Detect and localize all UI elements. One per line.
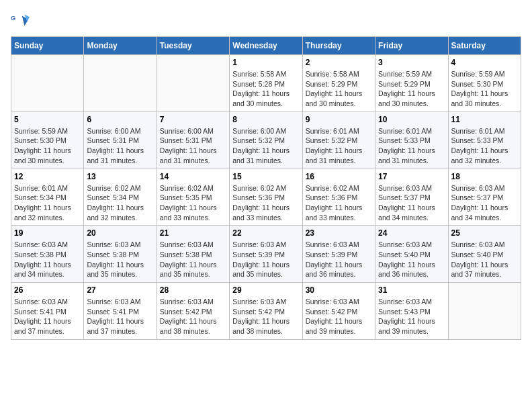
day-info: Sunrise: 5:59 AMSunset: 5:30 PMDaylight:… <box>451 69 518 109</box>
calendar-cell: 28Sunrise: 6:03 AMSunset: 5:42 PMDayligh… <box>157 283 229 340</box>
day-info: Sunrise: 6:03 AMSunset: 5:39 PMDaylight:… <box>232 240 299 279</box>
day-info: Sunrise: 6:01 AMSunset: 5:32 PMDaylight:… <box>306 126 372 166</box>
day-number: 8 <box>232 115 299 124</box>
day-number: 26 <box>14 285 81 295</box>
day-number: 27 <box>87 285 153 295</box>
day-number: 25 <box>451 228 518 238</box>
day-info: Sunrise: 6:00 AMSunset: 5:31 PMDaylight:… <box>87 126 153 166</box>
day-number: 28 <box>160 285 226 295</box>
day-number: 15 <box>232 172 299 181</box>
calendar-cell: 30Sunrise: 6:03 AMSunset: 5:42 PMDayligh… <box>302 283 375 340</box>
day-number: 29 <box>232 285 299 295</box>
day-number: 30 <box>306 285 372 295</box>
calendar-cell <box>157 55 229 112</box>
calendar-cell: 13Sunrise: 6:02 AMSunset: 5:34 PMDayligh… <box>84 169 157 226</box>
day-info: Sunrise: 6:03 AMSunset: 5:43 PMDaylight:… <box>378 297 445 336</box>
page-header: G <box>11 11 521 30</box>
day-number: 19 <box>14 228 81 238</box>
day-number: 24 <box>378 228 445 238</box>
calendar-cell: 20Sunrise: 6:03 AMSunset: 5:38 PMDayligh… <box>84 226 157 283</box>
day-info: Sunrise: 6:03 AMSunset: 5:42 PMDaylight:… <box>232 297 299 336</box>
day-number: 7 <box>160 115 226 124</box>
day-info: Sunrise: 6:03 AMSunset: 5:42 PMDaylight:… <box>160 297 226 336</box>
calendar-cell: 25Sunrise: 6:03 AMSunset: 5:40 PMDayligh… <box>448 226 521 283</box>
calendar-table: SundayMondayTuesdayWednesdayThursdayFrid… <box>11 36 521 340</box>
day-info: Sunrise: 6:01 AMSunset: 5:33 PMDaylight:… <box>378 126 445 166</box>
calendar-cell: 10Sunrise: 6:01 AMSunset: 5:33 PMDayligh… <box>375 111 448 169</box>
day-number: 9 <box>306 115 372 124</box>
day-info: Sunrise: 6:00 AMSunset: 5:32 PMDaylight:… <box>232 126 299 166</box>
calendar-cell: 9Sunrise: 6:01 AMSunset: 5:32 PMDaylight… <box>302 111 375 169</box>
calendar-cell: 6Sunrise: 6:00 AMSunset: 5:31 PMDaylight… <box>84 111 157 169</box>
calendar-cell: 1Sunrise: 5:58 AMSunset: 5:28 PMDaylight… <box>230 55 302 112</box>
calendar-cell: 29Sunrise: 6:03 AMSunset: 5:42 PMDayligh… <box>230 283 302 340</box>
calendar-cell: 27Sunrise: 6:03 AMSunset: 5:41 PMDayligh… <box>84 283 157 340</box>
day-number: 5 <box>14 115 81 124</box>
day-info: Sunrise: 6:03 AMSunset: 5:38 PMDaylight:… <box>160 240 226 279</box>
day-number: 4 <box>451 58 518 67</box>
calendar-cell: 18Sunrise: 6:03 AMSunset: 5:37 PMDayligh… <box>448 169 521 226</box>
calendar-cell <box>448 283 521 340</box>
weekday-header-friday: Friday <box>375 37 448 55</box>
day-info: Sunrise: 6:03 AMSunset: 5:39 PMDaylight:… <box>306 240 372 279</box>
day-number: 14 <box>160 172 226 181</box>
day-number: 12 <box>14 172 81 181</box>
day-info: Sunrise: 6:01 AMSunset: 5:34 PMDaylight:… <box>14 183 81 223</box>
day-info: Sunrise: 6:03 AMSunset: 5:41 PMDaylight:… <box>87 297 153 336</box>
day-number: 16 <box>306 172 372 181</box>
calendar-cell: 8Sunrise: 6:00 AMSunset: 5:32 PMDaylight… <box>230 111 302 169</box>
day-number: 22 <box>232 228 299 238</box>
day-info: Sunrise: 5:58 AMSunset: 5:29 PMDaylight:… <box>306 69 372 109</box>
day-info: Sunrise: 6:00 AMSunset: 5:31 PMDaylight:… <box>160 126 226 166</box>
calendar-cell: 15Sunrise: 6:02 AMSunset: 5:36 PMDayligh… <box>230 169 302 226</box>
calendar-week-1: 1Sunrise: 5:58 AMSunset: 5:28 PMDaylight… <box>11 55 521 112</box>
calendar-cell: 4Sunrise: 5:59 AMSunset: 5:30 PMDaylight… <box>448 55 521 112</box>
day-number: 21 <box>160 228 226 238</box>
day-number: 17 <box>378 172 445 181</box>
day-info: Sunrise: 6:03 AMSunset: 5:37 PMDaylight:… <box>378 183 445 223</box>
day-info: Sunrise: 6:02 AMSunset: 5:36 PMDaylight:… <box>306 183 372 223</box>
day-info: Sunrise: 6:03 AMSunset: 5:41 PMDaylight:… <box>14 297 81 336</box>
weekday-header-row: SundayMondayTuesdayWednesdayThursdayFrid… <box>11 37 521 55</box>
calendar-cell: 11Sunrise: 6:01 AMSunset: 5:33 PMDayligh… <box>448 111 521 169</box>
day-info: Sunrise: 6:01 AMSunset: 5:33 PMDaylight:… <box>451 126 518 166</box>
logo-icon: G <box>11 11 30 30</box>
day-info: Sunrise: 6:02 AMSunset: 5:34 PMDaylight:… <box>87 183 153 223</box>
calendar-cell: 26Sunrise: 6:03 AMSunset: 5:41 PMDayligh… <box>11 283 84 340</box>
calendar-cell: 3Sunrise: 5:59 AMSunset: 5:29 PMDaylight… <box>375 55 448 112</box>
calendar-week-5: 26Sunrise: 6:03 AMSunset: 5:41 PMDayligh… <box>11 283 521 340</box>
calendar-cell: 12Sunrise: 6:01 AMSunset: 5:34 PMDayligh… <box>11 169 84 226</box>
weekday-header-saturday: Saturday <box>448 37 521 55</box>
calendar-cell: 23Sunrise: 6:03 AMSunset: 5:39 PMDayligh… <box>302 226 375 283</box>
day-number: 3 <box>378 58 445 67</box>
day-info: Sunrise: 5:59 AMSunset: 5:30 PMDaylight:… <box>14 126 81 166</box>
weekday-header-sunday: Sunday <box>11 37 84 55</box>
calendar-cell <box>11 55 84 112</box>
day-info: Sunrise: 6:03 AMSunset: 5:40 PMDaylight:… <box>378 240 445 279</box>
calendar-cell: 17Sunrise: 6:03 AMSunset: 5:37 PMDayligh… <box>375 169 448 226</box>
day-number: 31 <box>378 285 445 295</box>
calendar-cell: 16Sunrise: 6:02 AMSunset: 5:36 PMDayligh… <box>302 169 375 226</box>
weekday-header-thursday: Thursday <box>302 37 375 55</box>
calendar-cell: 5Sunrise: 5:59 AMSunset: 5:30 PMDaylight… <box>11 111 84 169</box>
weekday-header-monday: Monday <box>84 37 157 55</box>
calendar-cell: 2Sunrise: 5:58 AMSunset: 5:29 PMDaylight… <box>302 55 375 112</box>
day-info: Sunrise: 5:58 AMSunset: 5:28 PMDaylight:… <box>232 69 299 109</box>
day-number: 11 <box>451 115 518 124</box>
day-number: 10 <box>378 115 445 124</box>
day-info: Sunrise: 6:03 AMSunset: 5:37 PMDaylight:… <box>451 183 518 223</box>
day-number: 1 <box>232 58 299 67</box>
day-number: 2 <box>306 58 372 67</box>
calendar-cell: 31Sunrise: 6:03 AMSunset: 5:43 PMDayligh… <box>375 283 448 340</box>
calendar-cell: 21Sunrise: 6:03 AMSunset: 5:38 PMDayligh… <box>157 226 229 283</box>
weekday-header-wednesday: Wednesday <box>230 37 302 55</box>
calendar-cell <box>84 55 157 112</box>
calendar-cell: 24Sunrise: 6:03 AMSunset: 5:40 PMDayligh… <box>375 226 448 283</box>
calendar-cell: 7Sunrise: 6:00 AMSunset: 5:31 PMDaylight… <box>157 111 229 169</box>
day-info: Sunrise: 6:03 AMSunset: 5:42 PMDaylight:… <box>306 297 372 336</box>
day-number: 18 <box>451 172 518 181</box>
calendar-week-2: 5Sunrise: 5:59 AMSunset: 5:30 PMDaylight… <box>11 111 521 169</box>
day-number: 20 <box>87 228 153 238</box>
day-info: Sunrise: 6:03 AMSunset: 5:40 PMDaylight:… <box>451 240 518 279</box>
day-number: 23 <box>306 228 372 238</box>
